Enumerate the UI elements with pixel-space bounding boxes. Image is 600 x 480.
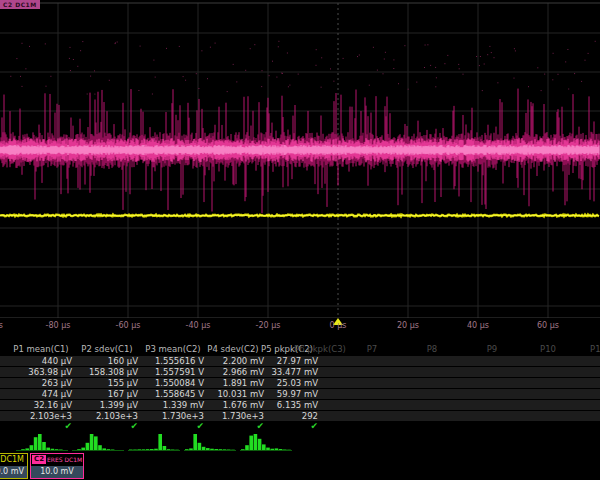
table-row: 2.103e+32.103e+31.730e+31.730e+3292 — [0, 410, 600, 421]
c2-trace-label[interactable]: C2 DC1M — [0, 0, 40, 9]
status-check-icon: ✔ — [298, 421, 318, 431]
c1-channel-descriptor[interactable]: DC1M 10.0 mV — [0, 453, 28, 479]
table-row: 32.16 µV1.399 µV1.339 mV1.676 mV6.135 mV — [0, 399, 600, 410]
c2-channel-descriptor[interactable]: C2ERES DC1M 10.0 mV — [30, 453, 84, 479]
stat-value: 6.135 mV — [248, 400, 318, 410]
histicon-p1[interactable] — [14, 431, 70, 452]
stat-value: 167 µV — [68, 389, 138, 399]
measurement-table: P1 mean(C1)P2 sdev(C1)P3 mean(C2)P4 sdev… — [0, 344, 600, 431]
stat-value: 363.98 µV — [2, 367, 72, 377]
histicon-p3[interactable] — [126, 431, 182, 452]
stat-value: 440 µV — [2, 356, 72, 366]
param-header-unused[interactable]: P10 — [540, 344, 556, 354]
histicon-p4[interactable] — [182, 431, 238, 452]
stat-value: 155 µV — [68, 378, 138, 388]
stat-value: 2.103e+3 — [68, 411, 138, 421]
waveform-plot — [0, 0, 600, 318]
status-check-icon: ✔ — [244, 421, 264, 431]
stat-value: 27.97 mV — [248, 356, 318, 366]
axis-tick-label: -20 µs — [256, 321, 281, 330]
param-header-unused[interactable]: P11 — [590, 344, 600, 354]
c2-scale-value: 10.0 mV — [31, 466, 83, 478]
histicon-p5[interactable] — [238, 431, 294, 452]
c2-channel-badge: C2 — [32, 455, 46, 464]
stat-value: 59.97 mV — [248, 389, 318, 399]
histicon-p2[interactable] — [70, 431, 126, 452]
status-row: ✔✔✔✔✔ — [0, 421, 600, 431]
param-header[interactable]: P4 sdev(C2) — [202, 344, 264, 354]
stat-value: 292 — [248, 411, 318, 421]
axis-tick-label: 40 µs — [467, 321, 489, 330]
axis-tick-label: -40 µs — [186, 321, 211, 330]
stat-value: 158.308 µV — [68, 367, 138, 377]
axis-tick-label: 20 µs — [397, 321, 419, 330]
graticule-area — [0, 0, 600, 318]
oscilloscope-screen: C2 DC1M -100 µs-80 µs-60 µs-40 µs-20 µs0… — [0, 0, 600, 480]
param-header-unused[interactable]: P7 — [367, 344, 378, 354]
axis-tick-label: -60 µs — [116, 321, 141, 330]
param-header[interactable]: P3 mean(C2) — [142, 344, 204, 354]
stat-value: 1.399 µV — [68, 400, 138, 410]
c1-scale-value: 10.0 mV — [0, 466, 27, 478]
axis-tick-label: 60 µs — [537, 321, 559, 330]
table-row: 474 µV167 µV1.558645 V10.031 mV59.97 mV — [0, 388, 600, 399]
stat-value: 33.477 mV — [248, 367, 318, 377]
stat-value: 25.03 mV — [248, 378, 318, 388]
measurement-histicons — [0, 431, 600, 452]
status-check-icon: ✔ — [118, 421, 138, 431]
table-row: 263 µV155 µV1.550084 V1.891 mV25.03 mV — [0, 377, 600, 388]
axis-tick-label: -100 µs — [0, 321, 3, 330]
descriptor-bar: DC1M 10.0 mV C2ERES DC1M 10.0 mV + HD 12… — [0, 452, 600, 480]
c1-coupling-label: DC1M — [0, 454, 27, 466]
axis-tick-label: -80 µs — [46, 321, 71, 330]
param-header-unused[interactable]: P8 — [427, 344, 438, 354]
param-header[interactable]: P2 sdev(C1) — [76, 344, 138, 354]
stat-value: 32.16 µV — [2, 400, 72, 410]
time-axis: -100 µs-80 µs-60 µs-40 µs-20 µs0 µs20 µs… — [0, 318, 600, 334]
table-row: 363.98 µV158.308 µV1.557591 V2.966 mV33.… — [0, 366, 600, 377]
stat-value: 2.103e+3 — [2, 411, 72, 421]
status-check-icon: ✔ — [52, 421, 72, 431]
stat-value: 474 µV — [2, 389, 72, 399]
table-header-row: P1 mean(C1)P2 sdev(C1)P3 mean(C2)P4 sdev… — [0, 344, 600, 354]
stat-value: 160 µV — [68, 356, 138, 366]
param-header-unused[interactable]: P9 — [487, 344, 498, 354]
table-row: 440 µV160 µV1.555616 V2.200 mV27.97 mV — [0, 355, 600, 366]
param-header[interactable]: P1 mean(C1) — [10, 344, 72, 354]
stat-value: 263 µV — [2, 378, 72, 388]
status-check-icon: ✔ — [184, 421, 204, 431]
c2-coupling-label: ERES DC1M — [47, 456, 82, 463]
axis-tick-label: 0 µs — [330, 321, 347, 330]
param-header-unused[interactable]: P6 pkpk(C3) — [294, 344, 346, 354]
c2-top-row: C2ERES DC1M — [31, 454, 83, 466]
